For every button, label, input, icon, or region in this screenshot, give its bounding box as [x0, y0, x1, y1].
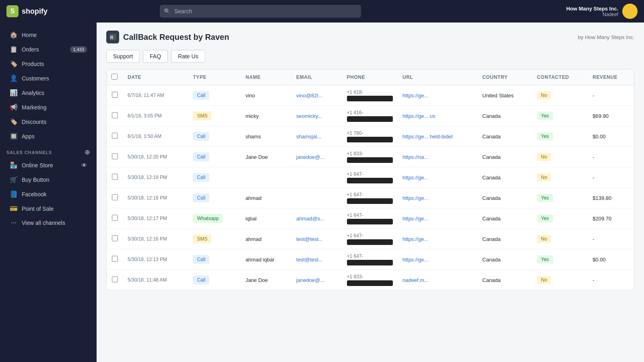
row-select-checkbox[interactable] — [112, 276, 118, 282]
row-select-checkbox[interactable] — [112, 133, 118, 139]
sidebar-item-analytics[interactable]: 📊 Analytics — [3, 86, 93, 100]
contacted-badge: Yes — [537, 112, 553, 120]
sidebar-item-customers[interactable]: 👤 Customers — [3, 71, 93, 85]
url-cell: https://ge... — [398, 188, 477, 208]
date-cell: 6/1/18, 1:50 AM — [123, 126, 188, 147]
sidebar-item-home[interactable]: 🏠 Home — [3, 28, 93, 42]
row-select-checkbox[interactable] — [112, 174, 118, 180]
add-sales-channel-button[interactable]: ⊕ — [85, 148, 90, 156]
sidebar-label-point-of-sale: Point of Sale — [22, 206, 54, 212]
type-cell: Call — [188, 126, 240, 147]
url-link[interactable]: https://ge... — [402, 175, 428, 181]
type-badge: Call — [193, 132, 209, 141]
url-link[interactable]: https://ge... — [402, 93, 428, 99]
user-menu[interactable]: How Many Steps Inc. Nadeef — [566, 4, 638, 19]
main-layout: 🏠 Home 📋 Orders 1,433 🏷️ Products 👤 Cust… — [0, 23, 644, 298]
table-row: 5/30/18, 12:17 PM Whatsapp iqbal ahmad@s… — [107, 208, 634, 229]
sidebar-label-online-store: Online Store — [22, 162, 53, 169]
url-cell: https://ge... — [398, 167, 477, 188]
contacted-badge: Yes — [537, 132, 553, 140]
url-link[interactable]: https://na... — [402, 154, 428, 160]
table-row: 5/30/18, 12:18 PM Call ahmad +1 647- htt… — [107, 188, 634, 208]
row-select-checkbox[interactable] — [112, 256, 118, 262]
eye-icon-online-store[interactable]: 👁 — [81, 162, 87, 169]
url-link[interactable]: https://ge... held-bidet — [402, 134, 453, 140]
email-link[interactable]: ahmad@s... — [296, 216, 324, 222]
apps-icon: 🔲 — [10, 132, 18, 140]
contacted-badge: Yes — [537, 214, 553, 222]
sidebar-label-customers: Customers — [22, 75, 49, 82]
sidebar-item-products[interactable]: 🏷️ Products — [3, 57, 93, 71]
contacted-cell: No — [532, 147, 588, 167]
table-header-row: DateTypeNameEmailPhoneURLCountryContacte… — [107, 70, 634, 85]
tab-faq[interactable]: FAQ — [143, 50, 168, 63]
url-link[interactable]: https://ge... — [402, 257, 428, 263]
app-by-text: by How Many Steps Inc. — [578, 34, 634, 40]
sidebar-item-facebook[interactable]: 📘 Facebook — [3, 187, 93, 201]
logo[interactable]: S shopify — [6, 5, 47, 17]
main-content: R CallBack Request by Raven by How Many … — [97, 23, 644, 298]
user-avatar[interactable] — [622, 4, 638, 19]
phone-cell: +1 818- — [342, 85, 398, 106]
phone-prefix: +1 833- — [347, 151, 393, 156]
sidebar-item-marketing[interactable]: 📢 Marketing — [3, 100, 93, 114]
row-select-checkbox[interactable] — [112, 235, 118, 241]
sidebar-item-orders[interactable]: 📋 Orders 1,433 — [3, 42, 93, 56]
search-input[interactable] — [160, 5, 361, 18]
url-link[interactable]: https://ge... — [402, 236, 428, 242]
revenue-cell: $0.00 — [588, 249, 634, 270]
url-link[interactable]: nadeef.m... — [402, 277, 429, 283]
sidebar-item-point-of-sale[interactable]: 💳 Point of Sale — [3, 202, 93, 216]
email-link[interactable]: vino@82l... — [296, 93, 322, 99]
email-cell: janedoe@... — [291, 147, 342, 167]
email-link[interactable]: janedoe@... — [296, 154, 324, 160]
contacted-cell: No — [532, 85, 588, 106]
row-select-checkbox[interactable] — [112, 194, 118, 200]
row-select-checkbox[interactable] — [112, 153, 118, 159]
phone-redacted — [347, 157, 393, 163]
table-container: DateTypeNameEmailPhoneURLCountryContacte… — [106, 69, 634, 290]
app-header: R CallBack Request by Raven by How Many … — [106, 31, 634, 43]
sidebar-item-view-all-channels[interactable]: ··· View all channels — [3, 216, 93, 230]
email-cell: janedoe@... — [291, 270, 342, 290]
email-link[interactable]: seomicky... — [296, 113, 322, 119]
tab-rate-us[interactable]: Rate Us — [171, 50, 205, 63]
email-link[interactable]: test@test... — [296, 257, 323, 263]
sidebar-item-discounts[interactable]: 🏷️ Discounts — [3, 115, 93, 129]
select-all-checkbox[interactable] — [111, 74, 118, 80]
row-select-checkbox[interactable] — [112, 92, 118, 98]
sidebar-item-online-store[interactable]: 🏪 Online Store 👁 — [3, 158, 93, 172]
tab-support[interactable]: Support — [106, 50, 140, 63]
revenue-cell: $139.80 — [588, 188, 634, 208]
country-cell: Canada — [477, 208, 532, 229]
email-link[interactable]: test@test... — [296, 236, 323, 242]
orders-icon: 📋 — [10, 45, 18, 53]
sidebar-item-apps[interactable]: 🔲 Apps — [3, 129, 93, 143]
phone-cell: +1 647- — [342, 208, 398, 229]
email-link[interactable]: shamsjal... — [296, 134, 321, 140]
sidebar-label-analytics: Analytics — [22, 90, 44, 96]
url-link[interactable]: https://ge... us — [402, 113, 436, 119]
url-link[interactable]: https://ge... — [402, 195, 428, 201]
revenue-cell: - — [588, 229, 634, 249]
email-link[interactable]: janedoe@... — [296, 277, 324, 283]
phone-redacted — [347, 260, 393, 265]
row-checkbox-cell — [107, 229, 123, 249]
sidebar-label-home: Home — [22, 32, 37, 38]
app-title-text: CallBack Request by Raven — [123, 33, 229, 42]
th-url: URL — [398, 70, 477, 85]
row-select-checkbox[interactable] — [112, 112, 118, 118]
contacted-badge: No — [537, 173, 551, 181]
sidebar-item-buy-button[interactable]: 🛒 Buy Button — [3, 173, 93, 187]
contacted-badge: No — [537, 235, 551, 243]
sales-channels-title: SALES CHANNELS — [6, 150, 52, 155]
row-select-checkbox[interactable] — [112, 215, 118, 221]
sidebar: 🏠 Home 📋 Orders 1,433 🏷️ Products 👤 Cust… — [0, 23, 97, 298]
phone-cell: +1 416- — [342, 106, 398, 126]
row-checkbox-cell — [107, 126, 123, 147]
online-store-icon: 🏪 — [10, 161, 18, 169]
phone-redacted — [347, 137, 393, 142]
revenue-cell: $69.90 — [588, 106, 634, 126]
email-cell: test@test... — [291, 229, 342, 249]
url-link[interactable]: https://ge... — [402, 216, 428, 222]
